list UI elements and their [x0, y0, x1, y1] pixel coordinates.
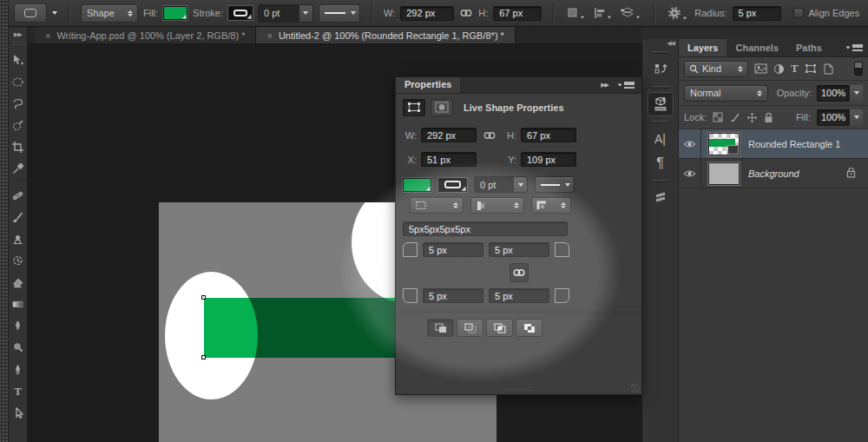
opacity-caret[interactable]	[849, 85, 863, 102]
filter-kind-select[interactable]: Kind	[684, 61, 748, 77]
clone-stamp-tool[interactable]	[9, 228, 28, 250]
shape-x-field[interactable]: 51 px	[421, 152, 477, 167]
radius-field[interactable]: 5 px	[733, 6, 781, 21]
filter-shape-layers-icon[interactable]	[805, 63, 817, 74]
shape-y-field[interactable]: 109 px	[521, 152, 576, 167]
bottom-left-radius-field[interactable]: 5 px	[423, 288, 483, 303]
combine-shapes-button[interactable]	[427, 319, 454, 337]
panel-icon-adjustments[interactable]	[648, 57, 674, 82]
geometry-options-gear-button[interactable]	[666, 4, 689, 22]
panel-resize-grip[interactable]	[504, 389, 534, 393]
link-corner-values-button[interactable]	[510, 263, 529, 282]
dodge-tool[interactable]	[9, 337, 28, 359]
lock-all-icon[interactable]	[764, 112, 773, 123]
align-edges-checkbox[interactable]	[793, 8, 804, 18]
blend-mode-select[interactable]: Normal	[684, 85, 768, 102]
dock-group-grip[interactable]	[652, 51, 669, 54]
path-selection-tool[interactable]	[9, 402, 28, 424]
eyedropper-tool[interactable]	[9, 158, 28, 180]
path-arrangement-button[interactable]	[619, 5, 642, 21]
panel-resize-corner[interactable]	[631, 384, 640, 393]
document-tab-untitled-2[interactable]: × Untitled-2 @ 100% (Rounded Rectangle 1…	[256, 27, 515, 43]
shape-fill-swatch[interactable]	[403, 178, 431, 192]
masks-mode-button[interactable]	[431, 99, 453, 116]
layer-row-background[interactable]: Background	[679, 159, 868, 188]
pen-tool[interactable]	[9, 359, 28, 380]
layer-thumbnail[interactable]	[708, 133, 740, 155]
stroke-swatch[interactable]	[228, 6, 253, 20]
dock-group-grip[interactable]	[652, 180, 669, 182]
brush-tool[interactable]	[9, 207, 28, 228]
fill-control[interactable]: 100%	[817, 109, 863, 126]
panel-icon-properties[interactable]	[648, 92, 674, 116]
lock-pixels-icon[interactable]	[729, 112, 740, 122]
stroke-caps-select[interactable]	[470, 197, 524, 214]
corner-radius-summary-field[interactable]: 5px5px5px5px	[403, 221, 568, 236]
close-tab-icon[interactable]: ×	[266, 30, 272, 41]
tab-paths[interactable]: Paths	[787, 39, 831, 56]
panel-icon-paragraph[interactable]: ¶	[648, 151, 674, 175]
filter-pixel-layers-icon[interactable]	[754, 63, 767, 74]
stroke-align-select[interactable]	[410, 197, 464, 214]
shape-anchor-bottom-left[interactable]	[201, 355, 206, 360]
intersect-shapes-button[interactable]	[486, 319, 513, 337]
tool-preset-caret-icon[interactable]	[52, 11, 57, 15]
eraser-tool[interactable]	[9, 272, 28, 294]
tab-channels[interactable]: Channels	[727, 39, 787, 56]
gradient-tool[interactable]	[9, 294, 28, 315]
shape-stroke-swatch[interactable]	[438, 178, 467, 192]
link-dimensions-icon[interactable]	[459, 9, 473, 17]
exclude-overlap-button[interactable]	[516, 319, 542, 337]
layer-visibility-toggle[interactable]	[679, 159, 701, 188]
layer-visibility-toggle[interactable]	[679, 129, 701, 158]
shape-mode-select[interactable]: Shape	[81, 4, 138, 23]
blur-tool[interactable]	[9, 315, 28, 337]
collapse-panel-icon[interactable]: ▶▶	[601, 82, 608, 89]
top-left-radius-field[interactable]: 5 px	[423, 242, 483, 257]
stroke-width-caret[interactable]	[299, 5, 312, 22]
path-operations-button[interactable]	[565, 5, 587, 21]
lock-position-icon[interactable]	[746, 112, 758, 123]
healing-brush-tool[interactable]	[9, 185, 28, 207]
type-tool[interactable]: T	[9, 380, 28, 402]
properties-panel-tab[interactable]: Properties	[396, 77, 460, 93]
link-dimensions-icon[interactable]	[477, 131, 503, 140]
fill-swatch[interactable]	[163, 6, 187, 20]
filter-adjustment-layers-icon[interactable]	[773, 63, 785, 75]
height-field[interactable]: 67 px	[493, 6, 542, 21]
opacity-control[interactable]: 100%	[817, 85, 863, 102]
dock-group-grip[interactable]	[652, 121, 669, 123]
tab-layers[interactable]: Layers	[679, 39, 727, 56]
move-tool[interactable]	[9, 49, 28, 71]
stroke-corners-select[interactable]	[531, 197, 571, 214]
layer-thumbnail[interactable]	[708, 162, 740, 185]
filter-toggle-switch[interactable]	[854, 62, 863, 76]
path-alignment-button[interactable]	[592, 5, 614, 21]
bottom-right-radius-field[interactable]: 5 px	[489, 288, 549, 303]
quick-selection-tool[interactable]	[9, 115, 28, 136]
layer-name[interactable]: Background	[748, 168, 799, 179]
shape-stroke-width-select[interactable]: 0 pt	[474, 176, 528, 193]
panel-icon-character[interactable]: A|	[648, 127, 674, 151]
filter-smart-objects-icon[interactable]	[823, 63, 833, 75]
crop-tool[interactable]	[9, 136, 28, 158]
subtract-front-shape-button[interactable]	[457, 319, 483, 337]
stroke-type-select[interactable]	[319, 4, 360, 23]
elliptical-marquee-tool[interactable]	[9, 71, 28, 93]
dock-group-grip[interactable]	[652, 86, 669, 89]
layer-name[interactable]: Rounded Rectangle 1	[748, 139, 840, 149]
shape-width-field[interactable]: 292 px	[421, 128, 477, 142]
shape-stroke-type-select[interactable]	[535, 176, 575, 193]
panel-icon-styles[interactable]	[648, 186, 674, 210]
filter-type-layers-icon[interactable]: T	[791, 62, 799, 76]
width-field[interactable]: 292 px	[400, 6, 454, 21]
panel-grip-strip[interactable]	[0, 0, 9, 442]
history-brush-tool[interactable]	[9, 250, 28, 272]
shape-anchor-top-left[interactable]	[201, 295, 206, 300]
shape-height-field[interactable]: 67 px	[521, 128, 576, 142]
panel-menu-icon[interactable]	[845, 39, 868, 56]
expand-dock-icon[interactable]: ◀◀	[667, 40, 674, 47]
panel-menu-icon[interactable]	[617, 82, 635, 89]
collapse-toolbox-icon[interactable]: ▶▶	[14, 31, 22, 38]
lasso-tool[interactable]	[9, 93, 28, 115]
